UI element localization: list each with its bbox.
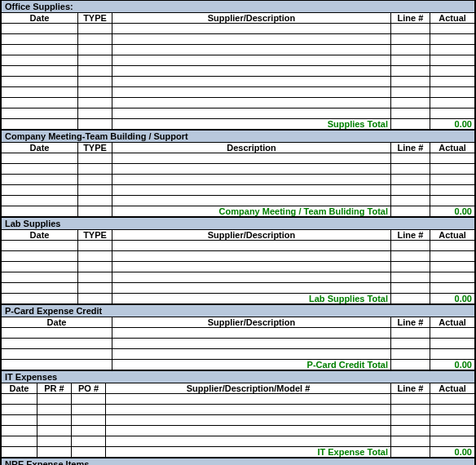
section: Company Meeting-Team Building / SupportD… (0, 130, 476, 217)
table-row[interactable] (2, 262, 474, 272)
total-label: P-Card Credit Total (112, 360, 391, 370)
table-row[interactable] (2, 24, 474, 34)
section: P-Card Expense CreditDateSupplier/Descri… (0, 304, 476, 370)
table-row[interactable] (2, 153, 474, 164)
section-title: NRE Expense Items (2, 458, 474, 465)
table-row[interactable] (2, 415, 474, 426)
section: Lab SuppliesDateTYPESupplier/Description… (0, 217, 476, 304)
table-row[interactable] (2, 108, 474, 119)
table-row[interactable] (2, 405, 474, 415)
section-title: Company Meeting-Team Building / Support (2, 130, 474, 143)
table-row[interactable] (2, 283, 474, 294)
total-label: Lab Supplies Total (112, 294, 391, 303)
table-row[interactable] (2, 34, 474, 45)
table-row[interactable] (2, 45, 474, 55)
section: IT ExpensesDatePR #PO #Supplier/Descript… (0, 370, 476, 458)
total-row: Company Meeting / Team Buliding Total0.0… (2, 206, 474, 217)
table-row[interactable] (2, 164, 474, 175)
table-row[interactable] (2, 251, 474, 262)
table-row[interactable] (2, 241, 474, 251)
total-value: 0.00 (430, 119, 474, 129)
total-label: Company Meeting / Team Buliding Total (112, 206, 391, 216)
section-title: IT Expenses (2, 370, 474, 383)
table-row[interactable] (2, 55, 474, 66)
table-row[interactable] (2, 87, 474, 98)
table-row[interactable] (2, 426, 474, 436)
table-row[interactable] (2, 349, 474, 360)
total-value: 0.00 (430, 206, 474, 216)
table-row[interactable] (2, 66, 474, 77)
total-value: 0.00 (430, 360, 474, 370)
section-title: Office Supplies: (2, 0, 474, 13)
total-row: IT Expense Total0.00 (2, 447, 474, 458)
column-headers: DateTYPESupplier/DescriptionLine #Actual (2, 13, 474, 24)
table-row[interactable] (2, 196, 474, 206)
total-label: Supplies Total (112, 119, 391, 129)
total-row: Supplies Total0.00 (2, 119, 474, 130)
total-row: P-Card Credit Total0.00 (2, 360, 474, 370)
section-title: Lab Supplies (2, 217, 474, 230)
table-row[interactable] (2, 185, 474, 196)
column-headers: DatePR #PO #Supplier/Description/Model #… (2, 383, 474, 394)
table-row[interactable] (2, 77, 474, 87)
table-row[interactable] (2, 272, 474, 283)
column-headers: DateTYPEDescriptionLine #Actual (2, 143, 474, 153)
table-row[interactable] (2, 98, 474, 108)
section: NRE Expense ItemsDatePR #PO #Supplier/De… (0, 458, 476, 465)
table-row[interactable] (2, 328, 474, 339)
table-row[interactable] (2, 175, 474, 185)
table-row[interactable] (2, 394, 474, 405)
column-headers: DateTYPESupplier/DescriptionLine #Actual (2, 230, 474, 241)
section: Office Supplies:DateTYPESupplier/Descrip… (0, 0, 476, 130)
total-label: IT Expense Total (106, 447, 391, 457)
section-title: P-Card Expense Credit (2, 304, 474, 317)
total-value: 0.00 (430, 294, 474, 303)
total-value: 0.00 (430, 447, 474, 457)
table-row[interactable] (2, 339, 474, 349)
table-row[interactable] (2, 436, 474, 447)
total-row: Lab Supplies Total0.00 (2, 294, 474, 304)
column-headers: DateSupplier/DescriptionLine #Actual (2, 317, 474, 328)
